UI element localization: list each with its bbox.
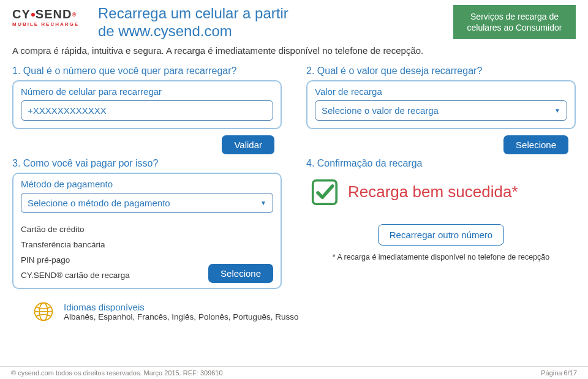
languages-title: Idiomas disponíveis	[64, 302, 298, 312]
chevron-down-icon: ▼	[260, 200, 266, 206]
page-title: Recarrega um celular a partir de www.cys…	[92, 5, 453, 40]
footer-page-number: Página 6/17	[541, 369, 577, 377]
select-payment-button[interactable]: Selecione	[208, 264, 273, 283]
title-line-1: Recarrega um celular a partir	[98, 5, 453, 23]
chevron-down-icon: ▼	[554, 107, 560, 114]
payment-options-dropdown: Cartão de crédito Transferência bancária…	[12, 219, 282, 289]
payment-option[interactable]: Transferência bancária	[21, 238, 273, 251]
logo-dot-icon	[31, 13, 35, 17]
globe-icon	[33, 301, 54, 322]
step2-label: Valor de recarga	[315, 86, 567, 97]
step3-label: Método de pagamento	[21, 179, 273, 189]
page-footer: © cysend.com todos os direitos reservado…	[0, 366, 588, 379]
success-message: Recarga bem sucedida*	[348, 182, 518, 201]
step2-question: 2. Qual é o valor que deseja recarregar?	[306, 66, 576, 77]
payment-option[interactable]: Cartão de crédito	[21, 223, 273, 236]
title-line-2: de www.cysend.com	[98, 23, 453, 40]
select-amount-button[interactable]: Selecione	[503, 135, 568, 154]
payment-select[interactable]: Selecione o método de pagamento ▼	[21, 193, 273, 213]
logo-text-1: CY	[12, 7, 31, 21]
validate-button[interactable]: Validar	[222, 135, 274, 154]
badge-line-2: celulares ao Consumidor	[462, 22, 567, 33]
amount-select[interactable]: Selecione o valor de recarga ▼	[315, 100, 567, 121]
logo-subtext: MOBILE RECHARGE	[12, 21, 92, 27]
success-check-icon	[311, 179, 338, 206]
payment-select-placeholder: Selecione o método de pagamento	[28, 198, 170, 208]
success-footnote: * A recarga é imediatamente disponível n…	[306, 253, 576, 261]
amount-select-placeholder: Selecione o valor de recarga	[322, 105, 439, 116]
step2-card: Valor de recarga Selecione o valor de re…	[306, 80, 576, 129]
step4-question: 4. Confirmação da recarga	[306, 158, 576, 169]
registered-icon: ®	[72, 12, 77, 18]
recharge-another-button[interactable]: Recarregar outro número	[378, 224, 504, 246]
step3-question: 3. Como você vai pagar por isso?	[12, 158, 282, 169]
step1-question: 1. Qual é o número que você quer para re…	[12, 66, 282, 77]
step3-card: Método de pagamento Selecione o método d…	[12, 173, 282, 220]
category-badge: Serviços de recarga de celulares ao Cons…	[453, 5, 576, 39]
intro-text: A compra é rápida, intuitiva e segura. A…	[0, 40, 588, 57]
phone-input-placeholder: +XXXXXXXXXXXX	[28, 105, 107, 116]
brand-logo: CY SEND ® MOBILE RECHARGE	[12, 5, 92, 27]
step1-card: Número de celular para recarregar +XXXXX…	[12, 80, 282, 129]
footer-copyright: © cysend.com todos os direitos reservado…	[11, 369, 223, 377]
step1-label: Número de celular para recarregar	[21, 86, 273, 97]
logo-text-2: SEND	[36, 7, 72, 21]
badge-line-1: Serviços de recarga de	[462, 11, 567, 22]
languages-list: Albanês, Espanhol, Francês, Inglês, Polo…	[64, 312, 298, 321]
phone-input[interactable]: +XXXXXXXXXXXX	[21, 100, 273, 121]
